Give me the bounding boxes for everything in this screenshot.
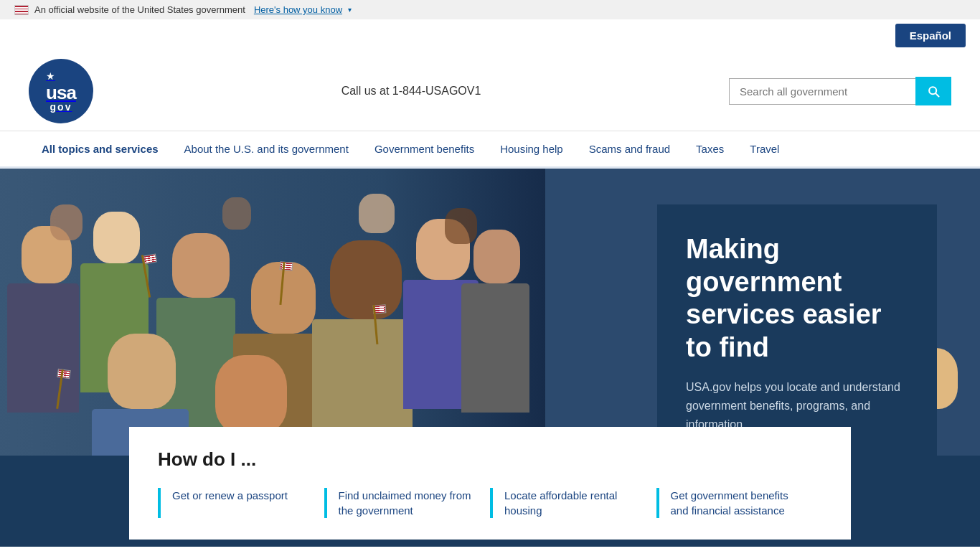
gov-banner: An official website of the United States… <box>0 0 980 19</box>
how-items-list: Get or renew a passport Find unclaimed m… <box>158 488 822 518</box>
hero-title: Making government services easier to fin… <box>686 233 908 364</box>
logo-gov: gov <box>46 102 76 112</box>
nav-item-about-us[interactable]: About the U.S. and its government <box>171 131 362 169</box>
how-item-0[interactable]: Get or renew a passport <box>158 488 324 518</box>
site-header: ★ usa gov Call us at 1-844-USAGOV1 <box>0 52 980 131</box>
chevron-down-icon: ▾ <box>348 6 352 14</box>
nav-item-scams[interactable]: Scams and fraud <box>576 131 683 169</box>
phone-number: Call us at 1-844-USAGOV1 <box>341 85 481 98</box>
language-bar: Español <box>0 19 980 52</box>
nav-item-gov-benefits[interactable]: Government benefits <box>362 131 487 169</box>
official-text: An official website of the United States… <box>34 4 245 15</box>
hero-description: USA.gov helps you locate and understand … <box>686 378 908 433</box>
heres-how-link[interactable]: Here's how you know <box>254 4 342 15</box>
logo-link[interactable]: ★ usa gov <box>29 59 93 123</box>
search-button[interactable] <box>915 77 951 105</box>
logo-star: ★ <box>46 70 76 82</box>
hero-crowd-bg <box>0 169 545 456</box>
main-nav: All topics and services About the U.S. a… <box>0 131 980 169</box>
how-do-i-title: How do I ... <box>158 448 822 471</box>
how-item-2[interactable]: Locate affordable rental housing <box>490 488 656 518</box>
nav-item-travel[interactable]: Travel <box>737 131 792 169</box>
how-item-1[interactable]: Find unclaimed money from the government <box>324 488 491 518</box>
how-item-3[interactable]: Get government benefits and financial as… <box>656 488 823 518</box>
logo: ★ usa gov <box>29 59 93 123</box>
how-do-i-section: How do I ... Get or renew a passport Fin… <box>129 427 851 540</box>
search-form <box>729 77 951 105</box>
search-icon <box>926 84 941 98</box>
nav-item-taxes[interactable]: Taxes <box>683 131 737 169</box>
logo-text: usa gov <box>46 83 76 112</box>
us-flag-icon <box>14 5 29 15</box>
espanol-button[interactable]: Español <box>895 24 966 47</box>
hero-overlay: Making government services easier to fin… <box>657 204 937 456</box>
logo-usa: usa <box>46 83 76 102</box>
hero-section: Making government services easier to fin… <box>0 169 980 456</box>
nav-item-all-topics[interactable]: All topics and services <box>29 131 171 169</box>
nav-item-housing[interactable]: Housing help <box>487 131 576 169</box>
search-input[interactable] <box>729 78 915 105</box>
